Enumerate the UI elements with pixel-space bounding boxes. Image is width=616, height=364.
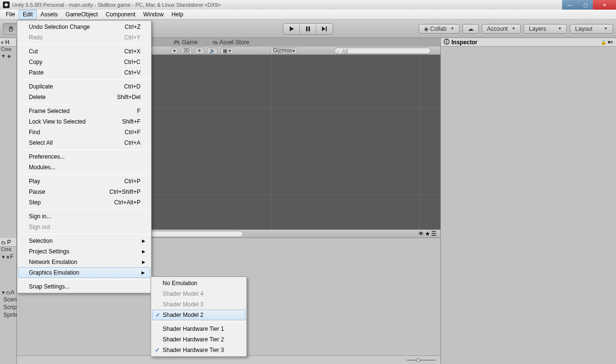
window-title: Unity 5.5.0f3 Personal - main.unity - Sk… <box>12 2 221 8</box>
submenu-entry-shader-hardware-tier-2[interactable]: Shader Hardware Tier 2 <box>152 334 245 345</box>
menu-separator <box>19 79 149 80</box>
menu-component[interactable]: Component <box>102 10 139 19</box>
layers-dropdown[interactable]: Layers▼ <box>524 24 567 34</box>
menu-separator <box>19 234 149 234</box>
svg-rect-2 <box>306 26 308 31</box>
submenu-entry-shader-model-4: Shader Model 4 <box>152 289 245 299</box>
menu-bar: File Edit Assets GameObject Component Wi… <box>0 10 616 20</box>
menu-entry-network-emulation[interactable]: Network Emulation▶ <box>18 257 150 267</box>
menu-entry-sign-in-[interactable]: Sign in... <box>18 211 150 222</box>
menu-gameobject[interactable]: GameObject <box>62 10 102 19</box>
project-create[interactable]: Crea <box>0 247 16 253</box>
menu-separator <box>19 44 149 45</box>
menu-assets[interactable]: Assets <box>37 10 62 19</box>
collab-dropdown[interactable]: ◈Collab▼ <box>419 24 460 34</box>
project-filter-save-icon[interactable]: ☰ <box>431 230 436 237</box>
menu-separator <box>19 279 149 280</box>
check-icon: ✓ <box>155 312 160 318</box>
project-thumbnail-slider[interactable] <box>407 358 436 363</box>
menu-entry-preferences-[interactable]: Preferences... <box>18 151 150 162</box>
play-button[interactable] <box>283 24 300 34</box>
svg-marker-1 <box>290 26 294 31</box>
menu-separator <box>19 150 149 150</box>
project-filter-icon[interactable]: 👁 <box>418 230 424 237</box>
submenu-entry-shader-model-3: Shader Model 3 <box>152 299 245 310</box>
inspector-panel: ⓘ Inspector 🔒 ▾≡ <box>440 38 616 364</box>
menu-separator <box>19 104 149 104</box>
scene-fx-toggle[interactable]: ▦ ▾ <box>220 48 233 54</box>
unity-logo-icon <box>3 1 10 8</box>
menu-window[interactable]: Window <box>139 10 167 19</box>
menu-separator <box>153 322 244 322</box>
menu-separator <box>19 209 149 210</box>
check-icon: ✓ <box>155 347 160 353</box>
menu-entry-project-settings[interactable]: Project Settings▶ <box>18 246 150 257</box>
svg-marker-4 <box>322 26 325 31</box>
menu-entry-pause[interactable]: PauseCtrl+Shift+P <box>18 187 150 197</box>
menu-entry-undo-selection-change[interactable]: Undo Selection ChangeCtrl+Z <box>18 22 150 32</box>
scene-audio-toggle[interactable]: 🔊 <box>207 48 218 54</box>
window-minimize-button[interactable]: — <box>562 0 578 10</box>
tab-asset-store[interactable]: 🛍 Asset Store <box>212 39 249 46</box>
menu-entry-copy[interactable]: CopyCtrl+C <box>18 57 150 67</box>
menu-entry-snap-settings-[interactable]: Snap Settings... <box>18 281 150 292</box>
scene-light-toggle[interactable]: ☀ <box>195 48 204 54</box>
step-button[interactable] <box>316 24 333 34</box>
hierarchy-tab[interactable]: ≡ H <box>0 38 16 47</box>
menu-entry-select-all[interactable]: Select AllCtrl+A <box>18 138 150 148</box>
pause-button[interactable] <box>300 24 316 34</box>
collab-icon: ◈ <box>424 25 428 32</box>
submenu-entry-no-emulation[interactable]: No Emulation <box>152 278 245 289</box>
svg-rect-3 <box>308 26 310 31</box>
svg-marker-0 <box>4 3 8 7</box>
svg-rect-5 <box>326 26 327 31</box>
cloud-button[interactable]: ☁ <box>462 24 479 34</box>
menu-entry-modules-[interactable]: Modules... <box>18 162 150 173</box>
layout-dropdown[interactable]: Layout▼ <box>570 24 613 34</box>
menu-entry-graphics-emulation[interactable]: Graphics Emulation▶ <box>18 267 150 278</box>
menu-file[interactable]: File <box>2 10 19 19</box>
submenu-entry-shader-hardware-tier-3[interactable]: ✓Shader Hardware Tier 3 <box>152 345 245 355</box>
submenu-entry-shader-hardware-tier-1[interactable]: Shader Hardware Tier 1 <box>152 324 245 334</box>
menu-entry-delete[interactable]: DeleteShift+Del <box>18 92 150 102</box>
graphics-emulation-submenu: No EmulationShader Model 4Shader Model 3… <box>151 276 247 357</box>
tab-game[interactable]: 🎮 Game <box>173 39 198 46</box>
playback-controls <box>283 23 333 35</box>
menu-entry-redo: RedoCtrl+Y <box>18 32 150 43</box>
hierarchy-create[interactable]: Crea <box>0 47 16 53</box>
menu-entry-find[interactable]: FindCtrl+F <box>18 127 150 138</box>
menu-entry-cut[interactable]: CutCtrl+X <box>18 46 150 57</box>
menu-entry-paste[interactable]: PasteCtrl+V <box>18 67 150 78</box>
search-icon: ⌕ <box>336 48 340 54</box>
project-assets-root[interactable]: ▼🗀A <box>0 289 16 296</box>
menu-entry-step[interactable]: StepCtrl+Alt+P <box>18 197 150 208</box>
inspector-tab[interactable]: ⓘ Inspector 🔒 ▾≡ <box>441 38 616 47</box>
window-maximize-button[interactable]: ▢ <box>578 0 593 10</box>
project-favorites[interactable]: ▼★F <box>0 253 16 260</box>
folder-scenes[interactable]: Scenes <box>0 296 16 303</box>
folder-sprites[interactable]: Sprites <box>0 311 16 319</box>
menu-separator <box>19 174 149 175</box>
scene-search-input[interactable]: ⌕All <box>334 48 431 54</box>
menu-entry-play[interactable]: PlayCtrl+P <box>18 176 150 187</box>
hierarchy-scene-row[interactable]: ▼ ◈ <box>0 53 16 60</box>
window-close-button[interactable]: ✕ <box>593 0 616 10</box>
menu-entry-sign-out: Sign out <box>18 222 150 232</box>
project-tab[interactable]: 🗀 P <box>0 238 16 247</box>
inspector-lock-icon[interactable]: 🔒 ▾≡ <box>601 39 613 45</box>
scene-2d-toggle[interactable]: 2D <box>181 48 192 54</box>
gizmos-dropdown[interactable]: Gizmos ▾ <box>270 48 297 54</box>
menu-help[interactable]: Help <box>167 10 187 19</box>
menu-entry-duplicate[interactable]: DuplicateCtrl+D <box>18 81 150 92</box>
project-filter-star-icon[interactable]: ★ <box>425 230 430 237</box>
menu-entry-lock-view-to-selected[interactable]: Lock View to SelectedShift+F <box>18 116 150 127</box>
menu-entry-selection[interactable]: Selection▶ <box>18 236 150 246</box>
submenu-entry-shader-model-2[interactable]: ✓Shader Model 2 <box>152 310 245 320</box>
scene-shading-dropdown[interactable]: ▾ <box>171 48 178 54</box>
account-dropdown[interactable]: Account▼ <box>482 24 521 34</box>
info-icon: ⓘ <box>444 38 449 46</box>
menu-entry-frame-selected[interactable]: Frame SelectedF <box>18 106 150 116</box>
menu-edit[interactable]: Edit <box>19 10 37 19</box>
folder-scripts[interactable]: Scripts <box>0 303 16 311</box>
hierarchy-panel: ≡ H Crea ▼ ◈ 🗀 P Crea ▼★F ▼🗀A Scenes Scr… <box>0 38 17 364</box>
